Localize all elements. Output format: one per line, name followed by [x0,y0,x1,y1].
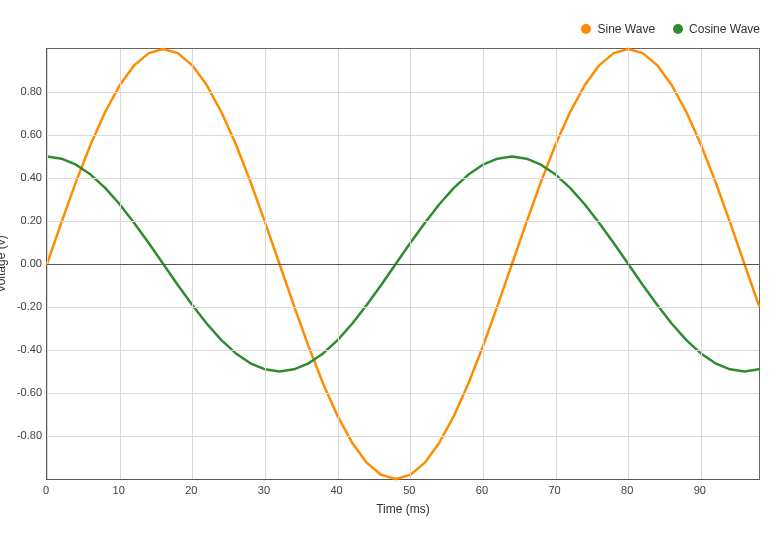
legend-dot-icon [673,24,683,34]
gridline-horizontal [47,393,759,394]
x-tick-label: 90 [694,484,706,496]
x-tick-label: 0 [43,484,49,496]
legend-item-sine: Sine Wave [581,22,655,36]
x-tick-label: 10 [113,484,125,496]
y-tick-label: 0.40 [2,171,42,183]
x-tick-label: 50 [403,484,415,496]
y-tick-label: -0.20 [2,300,42,312]
x-tick-label: 40 [330,484,342,496]
y-tick-label: 0.20 [2,214,42,226]
x-tick-label: 80 [621,484,633,496]
chart-container: Sine Wave Cosine Wave Time (ms) Voltage … [0,0,780,540]
gridline-horizontal [47,436,759,437]
zero-line [47,264,759,265]
x-axis-label: Time (ms) [46,502,760,516]
y-tick-label: 0.00 [2,257,42,269]
legend-label: Cosine Wave [689,22,760,36]
plot-area [46,48,760,480]
legend: Sine Wave Cosine Wave [581,22,760,36]
legend-label: Sine Wave [597,22,655,36]
x-tick-label: 60 [476,484,488,496]
y-tick-label: 0.80 [2,85,42,97]
y-tick-label: -0.80 [2,429,42,441]
legend-dot-icon [581,24,591,34]
y-tick-label: 0.60 [2,128,42,140]
legend-item-cosine: Cosine Wave [673,22,760,36]
gridline-horizontal [47,221,759,222]
gridline-horizontal [47,307,759,308]
x-tick-label: 20 [185,484,197,496]
x-tick-label: 30 [258,484,270,496]
x-tick-label: 70 [548,484,560,496]
gridline-horizontal [47,92,759,93]
y-tick-label: -0.40 [2,343,42,355]
gridline-horizontal [47,350,759,351]
gridline-horizontal [47,135,759,136]
gridline-horizontal [47,178,759,179]
y-tick-label: -0.60 [2,386,42,398]
